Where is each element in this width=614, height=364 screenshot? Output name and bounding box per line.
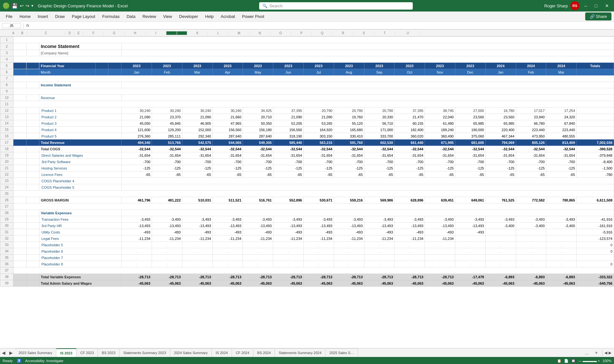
view-normal-icon[interactable]: 📋: [557, 359, 562, 363]
col-header-B[interactable]: B: [18, 31, 27, 35]
table-row: 1: [0, 37, 614, 43]
menu-help[interactable]: Help: [202, 13, 217, 20]
title-bar: 🟢 💾 ↩ ↪ ▾ Graphic Design Company Finance…: [0, 0, 614, 12]
sheet-nav-right[interactable]: ▶: [609, 351, 611, 355]
search-box[interactable]: 🔍 Search: [259, 2, 413, 10]
undo-icon[interactable]: ↩: [20, 3, 24, 8]
table-row-placeholder7: 35 Placeholder 7 . . . . . . . . . . . .…: [0, 255, 614, 261]
menu-file[interactable]: File: [3, 13, 16, 20]
table-row-month-header: 6 Month Jan Feb Mar Apr May Jun Jul Aug …: [0, 69, 614, 75]
tab-2024-sales-summary[interactable]: 2024 Sales Summary: [170, 348, 212, 357]
table-row-total-admin-salary: 39 Total Admin Salary and Wages -45,063 …: [0, 280, 614, 287]
col-header-R[interactable]: R: [333, 31, 354, 35]
tab-2023-sales-summary[interactable]: 2023 Sales Summary: [15, 348, 56, 357]
redo-icon[interactable]: ↪: [26, 3, 29, 8]
tab-more-button[interactable]: …: [583, 350, 591, 355]
table-row: 11: [0, 101, 614, 107]
tab-statements-summary-2024[interactable]: Statements Summary 2024: [275, 348, 325, 357]
tab-cf-2023[interactable]: CF 2023: [76, 348, 98, 357]
tab-is-2023[interactable]: IS 2023: [56, 348, 76, 357]
col-header-G[interactable]: G: [104, 31, 125, 35]
status-ready: Ready: [3, 359, 13, 363]
col-header-D[interactable]: D: [65, 31, 74, 35]
tab-is-2024[interactable]: IS 2024: [212, 348, 232, 357]
col-header-N[interactable]: N: [250, 31, 270, 35]
col-header-P[interactable]: P: [291, 31, 312, 35]
title-bar-center: 🔍 Search: [130, 2, 542, 10]
add-sheet-button[interactable]: +: [592, 350, 600, 356]
zoom-slider[interactable]: — ▬▬▬▬ +: [578, 359, 600, 363]
col-header-U[interactable]: U: [395, 31, 421, 35]
close-button[interactable]: ✕: [602, 2, 611, 10]
table-row-product2: 13 Product 2 21,090 23,370 21,090 21,660…: [0, 114, 614, 120]
maximize-button[interactable]: □: [592, 2, 600, 10]
fx-label: fx: [26, 23, 29, 28]
tab-2025-sales[interactable]: 2025 Sales S…: [326, 348, 358, 357]
table-row-total-revenue: 17 Total Revenue 494,340 513,766 542,575…: [0, 139, 614, 146]
tab-bs-2023[interactable]: BS 2023: [98, 348, 119, 357]
table-row-cogs-ph4: 23 COGS Placeholder 4: [0, 178, 614, 184]
minimize-button[interactable]: –: [582, 2, 590, 10]
col-header-H[interactable]: H: [125, 31, 146, 35]
view-layout-icon[interactable]: 📄: [564, 359, 569, 363]
col-header-F[interactable]: F: [83, 31, 104, 35]
col-header-J[interactable]: J: [166, 31, 187, 35]
menu-view[interactable]: View: [160, 13, 175, 20]
col-header-M[interactable]: M: [229, 31, 250, 35]
col-header-I[interactable]: I: [146, 31, 166, 35]
spreadsheet-table: 1 2 Income Statement 3 [Company Name] 4 …: [0, 36, 614, 287]
quick-access-more[interactable]: ▾: [31, 4, 33, 8]
view-page-break-icon[interactable]: 🔲: [571, 359, 576, 363]
menu-home[interactable]: Home: [16, 13, 34, 20]
table-row: 25: [0, 191, 614, 197]
sheet-area[interactable]: 1 2 Income Statement 3 [Company Name] 4 …: [0, 36, 614, 348]
table-row-legal-fees: 32 Legal Fees -11,234 -11,234 -11,234 -1…: [0, 235, 614, 242]
menu-developer[interactable]: Developer: [176, 13, 201, 20]
tab-next-button[interactable]: ▶: [7, 350, 15, 355]
col-header-O[interactable]: O: [270, 31, 291, 35]
col-header-Q[interactable]: Q: [312, 31, 333, 35]
formula-input[interactable]: [31, 24, 612, 28]
tab-bar: ◀ ▶ 2023 Sales Summary IS 2023 CF 2023 B…: [0, 348, 614, 357]
table-row-product5: 16 Product 5 276,360 285,111 292,340 287…: [0, 133, 614, 139]
menu-power-pivot[interactable]: Power Pivot: [239, 13, 267, 20]
status-bar: Ready ♿ Accessibility: Investigate 📋 📄 🔲…: [0, 357, 614, 364]
title-bar-left: 🟢 💾 ↩ ↪ ▾ Graphic Design Company Finance…: [3, 2, 128, 9]
tab-cf-2024[interactable]: CF 2024: [232, 348, 253, 357]
search-placeholder: Search: [269, 4, 283, 8]
title-bar-right: Roger Sharp RS – □ ✕: [544, 1, 611, 10]
accessibility-label: Accessibility: Investigate: [25, 359, 63, 363]
sheet-nav-left[interactable]: ◀: [604, 351, 607, 355]
table-row: 4: [0, 56, 614, 63]
col-header-L[interactable]: L: [208, 31, 229, 35]
col-header-A[interactable]: A: [9, 31, 18, 35]
save-icon[interactable]: 💾: [12, 3, 18, 9]
col-header-C[interactable]: C: [27, 31, 65, 35]
share-button[interactable]: 🔗 Share: [585, 12, 611, 20]
menu-insert[interactable]: Insert: [35, 13, 52, 20]
menu-review[interactable]: Review: [139, 13, 159, 20]
cell-reference-box[interactable]: [2, 23, 21, 28]
table-row-product3: 14 Product 3 45,050 45,845 46,905 47,965…: [0, 120, 614, 127]
formula-separator: |: [23, 23, 24, 28]
menu-data[interactable]: Data: [124, 13, 139, 20]
table-row-utility-costs: 31 Utility Costs -493 -493 -493 -493 -49…: [0, 229, 614, 235]
menu-formulas[interactable]: Formulas: [99, 13, 123, 20]
table-row: 3 [Company Name]: [0, 50, 614, 56]
tab-statements-summary-2023[interactable]: Statements Summary 2023: [120, 348, 170, 357]
col-header-T[interactable]: T: [374, 31, 395, 35]
col-header-S[interactable]: S: [354, 31, 374, 35]
tab-bs-2024[interactable]: BS 2024: [253, 348, 275, 357]
menu-draw[interactable]: Draw: [52, 13, 68, 20]
col-header-K[interactable]: K: [187, 31, 208, 35]
menu-page-layout[interactable]: Page Layout: [69, 13, 99, 20]
user-avatar[interactable]: RS: [570, 1, 579, 10]
formula-bar: | fx: [0, 22, 614, 29]
col-header-E[interactable]: E: [74, 31, 83, 35]
table-row-3rd-party-software: 20 3rd Party Software -700 -700 -700 -70…: [0, 159, 614, 165]
table-row-placeholder5: 33 Placeholder 5 . . . . . . . . . . . .…: [0, 242, 614, 248]
table-row-gross-margin: 26 GROSS MARGIN 461,796 481,222 510,031 …: [0, 197, 614, 203]
excel-icon: 🟢: [3, 2, 10, 9]
tab-prev-button[interactable]: ◀: [0, 350, 7, 355]
menu-acrobat[interactable]: Acrobat: [218, 13, 238, 20]
